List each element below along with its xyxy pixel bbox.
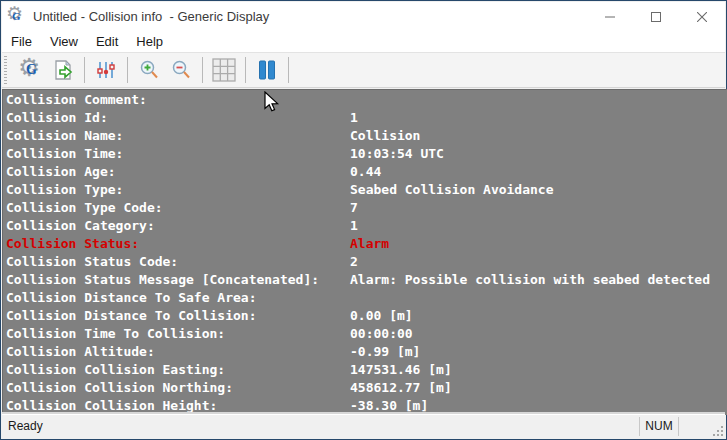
info-row: Collision Id:1 (6, 109, 727, 127)
info-row: Collision Type Code:7 (6, 199, 727, 217)
info-row: Collision Collision Northing:458612.77 [… (6, 379, 727, 397)
toolbar-separator (245, 57, 246, 83)
zoom-out-button[interactable] (166, 56, 196, 84)
row-value: 1 (350, 109, 358, 127)
zoom-in-icon (138, 59, 160, 81)
toolbar-separator (288, 57, 289, 83)
row-value: 2 (350, 253, 358, 271)
row-value: Seabed Collision Avoidance (350, 181, 554, 199)
row-label: Collision Type Code: (6, 199, 350, 217)
row-label: Collision Collision Height: (6, 397, 350, 415)
row-label: Collision Name: (6, 127, 350, 145)
export-button[interactable] (48, 56, 78, 84)
close-button[interactable] (679, 2, 725, 31)
pause-icon (256, 59, 278, 81)
toolbar-grip[interactable] (4, 56, 9, 84)
zoom-in-button[interactable] (134, 56, 164, 84)
pause-button[interactable] (252, 56, 282, 84)
window-title: Untitled - Collision info - Generic Disp… (33, 9, 269, 24)
row-value: 7 (350, 199, 358, 217)
row-label: Collision Distance To Collision: (6, 307, 350, 325)
row-label: Collision Status Code: (6, 253, 350, 271)
title-bar: ⚙ G Untitled - Collision info - Generic … (2, 2, 725, 31)
resize-grip[interactable] (710, 423, 723, 436)
minimize-button[interactable] (587, 2, 633, 31)
status-separator (639, 417, 640, 436)
menu-bar: File View Edit Help (2, 31, 725, 52)
app-gear-g-button[interactable]: ⚙ G (16, 56, 46, 84)
filter-sliders-button[interactable] (91, 56, 121, 84)
row-label: Collision Age: (6, 163, 350, 181)
row-label: Collision Type: (6, 181, 350, 199)
row-label: Collision Comment: (6, 91, 350, 109)
info-row: Collision Status Message [Concatenated]:… (6, 271, 727, 289)
info-row: Collision Comment: (6, 91, 727, 109)
row-label: Collision Time: (6, 145, 350, 163)
row-label: Collision Distance To Safe Area: (6, 289, 350, 307)
info-row: Collision Age:0.44 (6, 163, 727, 181)
row-value: Collision (350, 127, 420, 145)
menu-edit[interactable]: Edit (87, 32, 127, 51)
row-label: Collision Collision Northing: (6, 379, 350, 397)
info-row: Collision Collision Height:-38.30 [m] (6, 397, 727, 415)
status-separator (678, 417, 679, 436)
collision-info-panel: Collision Comment:Collision Id:1Collisio… (2, 89, 727, 415)
row-value: 00:00:00 (350, 325, 413, 343)
toolbar: ⚙ G (2, 53, 725, 88)
row-label: Collision Id: (6, 109, 350, 127)
info-row: Collision Name:Collision (6, 127, 727, 145)
row-value: 0.00 [m] (350, 307, 413, 325)
menu-file[interactable]: File (2, 32, 41, 51)
export-icon (52, 59, 74, 81)
num-lock-indicator: NUM (643, 419, 675, 433)
app-gear-g-icon: ⚙ G (9, 9, 25, 25)
maximize-button[interactable] (633, 2, 679, 31)
info-row: Collision Time:10:03:54 UTC (6, 145, 727, 163)
status-bar: Ready NUM (2, 414, 725, 438)
toolbar-separator (202, 57, 203, 83)
row-label: Collision Category: (6, 217, 350, 235)
close-icon (697, 12, 707, 22)
grid-button[interactable] (209, 56, 239, 84)
row-label: Collision Altitude: (6, 343, 350, 361)
row-value: 147531.46 [m] (350, 361, 452, 379)
info-row: Collision Time To Collision:00:00:00 (6, 325, 727, 343)
row-label: Collision Status: (6, 235, 350, 253)
info-row: Collision Collision Easting:147531.46 [m… (6, 361, 727, 379)
row-label: Collision Time To Collision: (6, 325, 350, 343)
zoom-out-icon (170, 59, 192, 81)
info-row: Collision Status:Alarm (6, 235, 727, 253)
row-value: Alarm (350, 235, 389, 253)
info-row: Collision Status Code:2 (6, 253, 727, 271)
row-label: Collision Collision Easting: (6, 361, 350, 379)
app-gear-g-icon: ⚙ G (20, 59, 42, 81)
toolbar-separator (84, 57, 85, 83)
app-window: ⚙ G Untitled - Collision info - Generic … (0, 0, 727, 440)
info-row: Collision Distance To Collision:0.00 [m] (6, 307, 727, 325)
info-row: Collision Category:1 (6, 217, 727, 235)
row-value: -0.99 [m] (350, 343, 420, 361)
row-value: 458612.77 [m] (350, 379, 452, 397)
info-row: Collision Distance To Safe Area: (6, 289, 727, 307)
info-row: Collision Type:Seabed Collision Avoidanc… (6, 181, 727, 199)
row-value: Alarm: Possible collision with seabed de… (350, 271, 710, 289)
row-value: 10:03:54 UTC (350, 145, 444, 163)
maximize-icon (651, 12, 661, 22)
minimize-icon (605, 12, 615, 22)
window-controls (587, 2, 725, 31)
grid-icon (212, 58, 236, 82)
filter-sliders-icon (95, 59, 117, 81)
row-value: 1 (350, 217, 358, 235)
toolbar-separator (127, 57, 128, 83)
menu-help[interactable]: Help (127, 32, 172, 51)
info-row: Collision Altitude:-0.99 [m] (6, 343, 727, 361)
row-value: 0.44 (350, 163, 381, 181)
status-text: Ready (8, 419, 43, 433)
menu-view[interactable]: View (41, 32, 87, 51)
row-value: -38.30 [m] (350, 397, 428, 415)
row-label: Collision Status Message [Concatenated]: (6, 271, 350, 289)
